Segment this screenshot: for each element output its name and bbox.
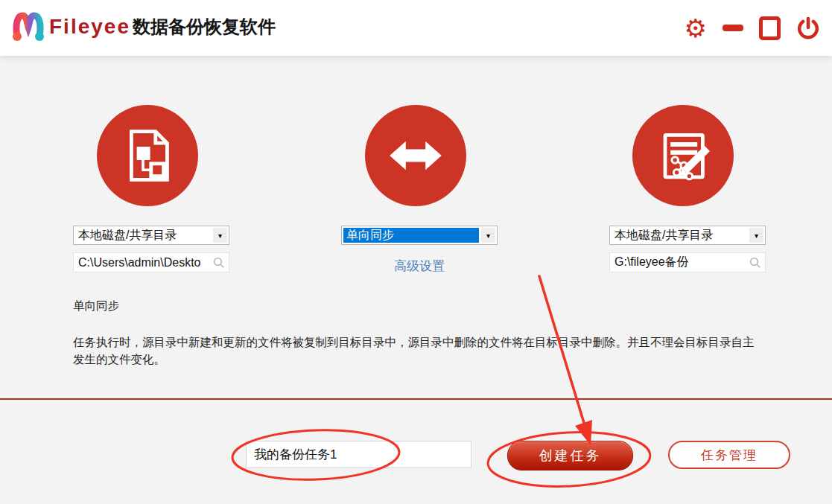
create-task-label: 创建任务 bbox=[539, 447, 602, 465]
search-icon[interactable] bbox=[749, 257, 761, 269]
brand-name: Fileyee bbox=[49, 15, 130, 39]
sync-mode-description-body: 任务执行时，源目录中新建和更新的文件将被复制到目标目录中，源目录中删除的文件将在… bbox=[73, 334, 757, 368]
title-bar: Fileyee 数据备份恢复软件 ⚙ bbox=[0, 0, 832, 56]
minimize-icon bbox=[723, 25, 743, 31]
source-type-value: 本地磁盘/共享目录 bbox=[75, 228, 211, 243]
task-manage-label: 任务管理 bbox=[701, 447, 758, 464]
target-path-input[interactable] bbox=[610, 256, 749, 269]
source-file-icon bbox=[112, 120, 183, 191]
target-circle bbox=[632, 105, 734, 206]
chevron-down-icon[interactable]: ▾ bbox=[213, 228, 227, 243]
sync-mode-select[interactable]: 单向同步 ▾ bbox=[341, 226, 498, 245]
source-path-input[interactable] bbox=[74, 256, 213, 269]
sync-mode-value: 单向同步 bbox=[343, 228, 479, 243]
sync-mode-description-title: 单向同步 bbox=[73, 299, 119, 314]
gear-icon: ⚙ bbox=[685, 16, 707, 41]
target-type-select[interactable]: 本地磁盘/共享目录 ▾ bbox=[609, 226, 766, 245]
source-path-box bbox=[73, 252, 229, 272]
search-icon[interactable] bbox=[213, 257, 225, 269]
sync-circle bbox=[365, 105, 466, 206]
task-manage-button[interactable]: 任务管理 bbox=[668, 441, 790, 469]
red-divider bbox=[0, 398, 832, 400]
edit-document-icon bbox=[647, 120, 719, 191]
sync-arrows-icon bbox=[380, 120, 451, 191]
target-path-box bbox=[609, 252, 766, 272]
settings-button[interactable]: ⚙ bbox=[685, 16, 707, 41]
minimize-button[interactable] bbox=[723, 25, 743, 31]
power-button[interactable] bbox=[796, 16, 820, 40]
maximize-icon bbox=[759, 16, 781, 40]
app-title: 数据备份恢复软件 bbox=[133, 15, 276, 39]
source-type-select[interactable]: 本地磁盘/共享目录 ▾ bbox=[73, 226, 229, 245]
target-type-value: 本地磁盘/共享目录 bbox=[612, 228, 747, 243]
fileyee-logo-icon bbox=[10, 8, 46, 44]
create-task-button[interactable]: 创建任务 bbox=[507, 441, 633, 470]
source-circle bbox=[97, 105, 198, 206]
app-window: Fileyee 数据备份恢复软件 ⚙ bbox=[0, 0, 832, 504]
power-icon bbox=[796, 16, 820, 40]
chevron-down-icon[interactable]: ▾ bbox=[749, 228, 763, 243]
maximize-button[interactable] bbox=[759, 16, 781, 40]
chevron-down-icon[interactable]: ▾ bbox=[481, 228, 495, 243]
task-name-input[interactable] bbox=[246, 441, 471, 468]
window-controls: ⚙ bbox=[685, 0, 820, 56]
advanced-settings-link[interactable]: 高级设置 bbox=[341, 258, 498, 275]
